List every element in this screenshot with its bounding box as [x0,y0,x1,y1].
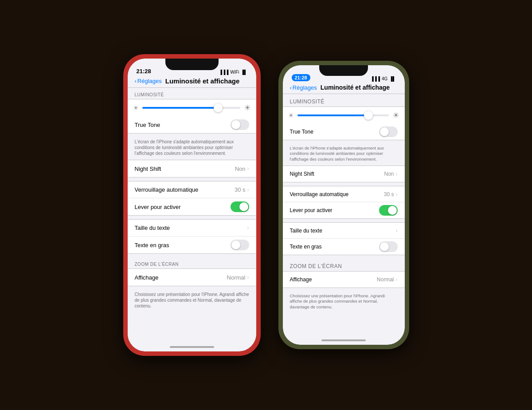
lever-row-1[interactable]: Lever pour activer [128,198,256,215]
texte-gras-label-1: Texte en gras [135,242,231,248]
night-shift-row-2[interactable]: Night Shift Non › [283,166,405,182]
nav-back-1[interactable]: ‹ Réglages [135,78,162,84]
true-tone-row-1[interactable]: True Tone [128,116,256,133]
slider-fill-2 [297,114,366,116]
home-bar-1 [170,346,214,348]
texte-gras-row-1[interactable]: Texte en gras [128,237,256,253]
status-time-2: 21:28 [292,74,310,81]
phone-1: 21:28 ▐▐▐ WiFi ▐▌ ‹ Réglages Luminosité … [123,54,261,356]
true-tone-toggle-1[interactable] [231,119,249,130]
home-indicator-2 [283,336,405,345]
true-tone-row-2[interactable]: True Tone [283,124,405,140]
nav-title-1: Luminosité et affichage [165,77,240,85]
phone-2-bezel: 21:28 ▐▐▐ 4G ▐▌ ‹ Réglages Luminosité et… [283,65,405,345]
texte-gras-thumb-2 [380,242,389,251]
true-tone-thumb-2 [380,127,389,136]
true-tone-thumb-1 [231,120,240,129]
battery-icon-2: ▐▌ [389,76,395,81]
phone-2: 21:28 ▐▐▐ 4G ▐▌ ‹ Réglages Luminosité et… [278,61,409,349]
nav-title-2: Luminosité et affichage [321,84,390,91]
signal-icon-1: ▐▐▐ [219,70,228,75]
verr-auto-label-2: Verrouillage automatique [290,191,384,197]
text-group-2: Taille du texte › Texte en gras [283,222,405,255]
wifi-icon-1: WiFi [230,70,239,75]
night-shift-group-2: Night Shift Non › [283,166,405,182]
texte-gras-toggle-1[interactable] [231,240,249,250]
taille-row-1[interactable]: Taille du texte › [128,220,256,237]
night-shift-chevron-2: › [396,171,398,177]
lever-row-2[interactable]: Lever pour activer [283,202,405,218]
affichage-desc-1: Choisissez une présentation pour l'iPhon… [128,290,256,312]
lock-group-1: Verrouillage automatique 30 s › Lever po… [128,181,256,216]
status-icons-1: ▐▐▐ WiFi ▐▌ [219,70,247,75]
night-shift-value-2: Non [384,171,394,177]
nav-back-2[interactable]: ‹ Réglages [290,84,317,91]
texte-gras-label-2: Texte en gras [290,244,379,250]
slider-fill-1 [142,107,216,109]
night-shift-value-1: Non [235,166,246,172]
night-shift-group-1: Night Shift Non › [128,160,256,177]
texte-gras-row-2[interactable]: Texte en gras [283,239,405,255]
luminosite-section-2: LUMINOSITÉ [283,94,405,106]
texte-gras-thumb-1 [231,240,240,249]
slider-thumb-2 [364,111,373,120]
luminosite-group-1: ☀ ☀ True Tone [128,99,256,134]
affichage-chevron-2: › [396,276,398,283]
night-shift-row-1[interactable]: Night Shift Non › [128,160,256,177]
verr-auto-label-1: Verrouillage automatique [135,186,235,193]
affichage-row-2[interactable]: Affichage Normal › [283,272,405,288]
nav-bar-1: ‹ Réglages Luminosité et affichage [128,76,256,88]
luminosite-group-2: ☀ ☀ True Tone [283,106,405,140]
zoom-group-1: Affichage Normal › [128,268,256,286]
zoom-section-1: ZOOM DE L'ÉCRAN [128,257,256,268]
phone-1-bezel: 21:28 ▐▐▐ WiFi ▐▌ ‹ Réglages Luminosité … [128,59,256,351]
sun-small-icon-2: ☀ [288,112,294,119]
home-bar-2 [321,339,366,341]
lever-label-2: Lever pour activer [290,207,379,213]
lever-toggle-2[interactable] [379,205,398,216]
affichage-label-2: Affichage [290,276,377,283]
affichage-label-1: Affichage [135,274,227,281]
affichage-row-1[interactable]: Affichage Normal › [128,269,256,286]
verr-auto-row-1[interactable]: Verrouillage automatique 30 s › [128,181,256,198]
status-icons-2: ▐▐▐ 4G ▐▌ [371,76,396,81]
sun-large-icon-2: ☀ [392,110,399,120]
luminosite-section-1: LUMINOSITÉ [128,88,256,99]
verr-auto-value-2: 30 s [384,191,394,197]
lever-toggle-1[interactable] [231,201,249,212]
taille-row-2[interactable]: Taille du texte › [283,223,405,239]
verr-auto-chevron-1: › [247,187,249,193]
notch-1 [165,59,219,70]
phone-1-screen: 21:28 ▐▐▐ WiFi ▐▌ ‹ Réglages Luminosité … [128,59,256,351]
lock-group-2: Verrouillage automatique 30 s › Lever po… [283,186,405,219]
brightness-row-2[interactable]: ☀ ☀ [283,107,405,124]
sun-large-icon-1: ☀ [244,103,251,113]
notch-2 [319,65,368,76]
zoom-group-2: Affichage Normal › [283,271,405,288]
affichage-value-1: Normal [227,274,246,281]
true-tone-label-2: True Tone [290,129,379,135]
screen-content-1: LUMINOSITÉ ☀ ☀ True Tone [128,88,256,343]
true-tone-toggle-2[interactable] [379,126,398,137]
true-tone-desc-2: L'écran de l'iPhone s'adapte automatique… [283,144,405,166]
verr-auto-row-2[interactable]: Verrouillage automatique 30 s › [283,186,405,202]
home-indicator-1 [128,343,256,351]
taille-label-2: Taille du texte [290,228,396,234]
brightness-slider-2[interactable] [297,114,389,116]
sun-small-icon-1: ☀ [133,104,139,111]
true-tone-label-1: True Tone [135,122,231,128]
status-time-1: 21:28 [137,68,151,75]
text-group-1: Taille du texte › Texte en gras [128,219,256,254]
battery-icon-1: ▐▌ [241,70,247,75]
taille-chevron-1: › [247,225,249,231]
back-label-1: Réglages [137,78,162,84]
texte-gras-toggle-2[interactable] [379,241,398,252]
slider-thumb-1 [214,103,223,112]
brightness-row-1[interactable]: ☀ ☀ [128,99,256,116]
brightness-slider-1[interactable] [142,107,240,109]
affichage-desc-2: Choisissez une présentation pour l'iPhon… [283,292,405,313]
network-icon-2: 4G [382,76,387,81]
lever-thumb-1 [239,202,248,211]
night-shift-label-1: Night Shift [135,166,235,172]
signal-icon-2: ▐▐▐ [371,76,380,81]
